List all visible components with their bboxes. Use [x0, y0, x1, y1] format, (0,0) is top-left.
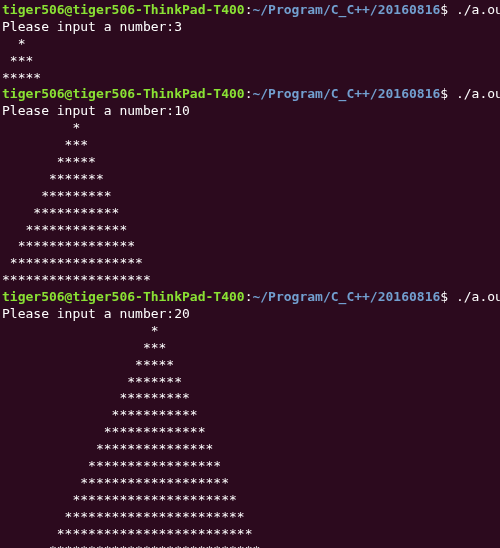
pyramid-row: *: [2, 120, 498, 137]
pyramid-row: ***********: [2, 205, 498, 222]
pyramid-row: *: [2, 323, 498, 340]
pyramid-row: ***************************: [2, 543, 498, 549]
pyramid-row: ***: [2, 340, 498, 357]
pyramid-row: ***: [2, 137, 498, 154]
pyramid-row: ***********: [2, 407, 498, 424]
prompt-user-host: tiger506@tiger506-ThinkPad-T400: [2, 2, 245, 17]
program-input-line: Please input a number:20: [2, 306, 498, 323]
pyramid-row: ***********************: [2, 509, 498, 526]
pyramid-row: *****: [2, 154, 498, 171]
pyramid-row: *: [2, 36, 498, 53]
pyramid-row: ***************: [2, 441, 498, 458]
program-input-line: Please input a number:3: [2, 19, 498, 36]
pyramid-row: *******: [2, 171, 498, 188]
prompt-line: tiger506@tiger506-ThinkPad-T400:~/Progra…: [2, 289, 498, 306]
pyramid-row: ***************: [2, 238, 498, 255]
pyramid-row: *******: [2, 374, 498, 391]
pyramid-row: *******************: [2, 475, 498, 492]
prompt-dollar: $: [440, 289, 456, 304]
terminal-output[interactable]: tiger506@tiger506-ThinkPad-T400:~/Progra…: [2, 2, 498, 548]
prompt-line: tiger506@tiger506-ThinkPad-T400:~/Progra…: [2, 86, 498, 103]
command-text: ./a.out: [456, 289, 500, 304]
pyramid-row: *************: [2, 424, 498, 441]
pyramid-row: *************************: [2, 526, 498, 543]
pyramid-row: *****: [2, 70, 498, 87]
prompt-dollar: $: [440, 86, 456, 101]
prompt-user-host: tiger506@tiger506-ThinkPad-T400: [2, 289, 245, 304]
pyramid-row: *******************: [2, 272, 498, 289]
prompt-dollar: $: [440, 2, 456, 17]
pyramid-row: *********: [2, 390, 498, 407]
command-text: ./a.out: [456, 2, 500, 17]
pyramid-row: *****************: [2, 255, 498, 272]
prompt-path: ~/Program/C_C++/20160816: [252, 2, 440, 17]
pyramid-row: *****: [2, 357, 498, 374]
program-input-line: Please input a number:10: [2, 103, 498, 120]
pyramid-row: *********: [2, 188, 498, 205]
pyramid-row: *************: [2, 222, 498, 239]
prompt-line: tiger506@tiger506-ThinkPad-T400:~/Progra…: [2, 2, 498, 19]
command-text: ./a.out: [456, 86, 500, 101]
pyramid-row: *********************: [2, 492, 498, 509]
prompt-user-host: tiger506@tiger506-ThinkPad-T400: [2, 86, 245, 101]
prompt-path: ~/Program/C_C++/20160816: [252, 86, 440, 101]
pyramid-row: ***: [2, 53, 498, 70]
pyramid-row: *****************: [2, 458, 498, 475]
prompt-path: ~/Program/C_C++/20160816: [252, 289, 440, 304]
